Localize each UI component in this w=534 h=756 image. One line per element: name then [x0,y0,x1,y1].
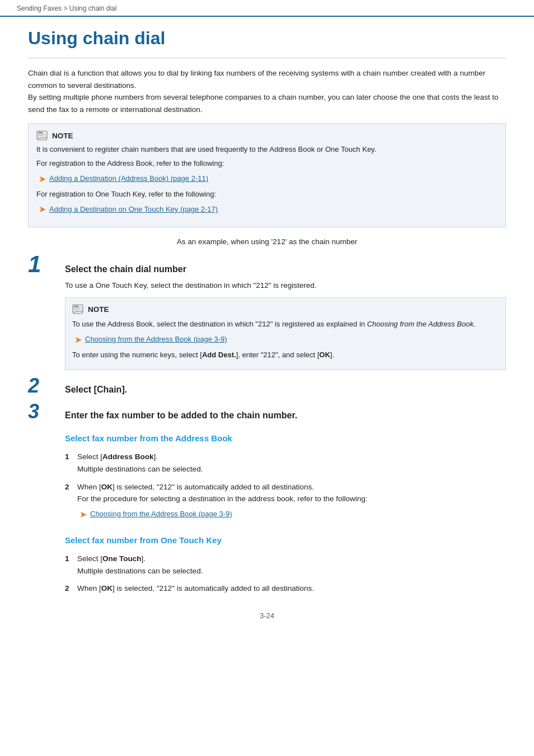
svg-rect-3 [38,136,44,136]
sub-section-address-book-title: Select fax number from the Address Book [65,432,506,445]
page-title: Using chain dial [28,28,506,49]
step-2: 2 Select [Chain]. [28,376,506,396]
step-2-number: 2 [28,376,62,396]
list-item: 2 When [OK] is selected, "212" is automa… [65,582,506,595]
svg-marker-4 [38,138,46,140]
address-book-steps-list: 1 Select [Address Book].Multiple destina… [65,451,506,524]
svg-rect-7 [74,307,81,308]
one-touch-key-link[interactable]: Adding a Destination on One Touch Key (p… [49,204,218,216]
step-1: 1 Select the chain dial number To use a … [28,253,506,370]
note-box-1: NOTE It is convenient to register chain … [28,123,506,227]
arrow-icon-3: ➤ [74,333,82,347]
page-number: 3-24 [28,612,506,620]
choosing-address-book-link-1[interactable]: Choosing from the Address Book (page 3-9… [85,334,227,346]
svg-rect-1 [38,132,43,133]
arrow-icon-1: ➤ [39,172,46,186]
note-icon-1 [36,130,49,141]
step-2-header: 2 Select [Chain]. [28,376,506,396]
list-item: 1 Select [Address Book].Multiple destina… [65,451,506,475]
sub-section-one-touch: Select fax number from One Touch Key 1 S… [65,534,506,595]
list-item: 2 When [OK] is selected, "212" is automa… [65,481,506,524]
step-3-body: Select fax number from the Address Book … [65,432,506,595]
svg-rect-2 [38,134,45,134]
step-1-note: NOTE To use the Address Book, select the… [65,297,506,371]
intro-text: Chain dial is a function that allows you… [28,67,506,115]
step-1-number: 1 [28,253,62,276]
arrow-icon-2: ➤ [39,202,46,217]
list-item: 1 Select [One Touch].Multiple destinatio… [65,553,506,577]
note-link-1[interactable]: ➤ Adding a Destination (Address Book) (p… [39,172,496,186]
note-header-1: NOTE [36,130,496,141]
note-link-2[interactable]: ➤ Adding a Destination on One Touch Key … [39,202,496,217]
step-3: 3 Enter the fax number to be added to th… [28,402,506,595]
step-3-header: 3 Enter the fax number to be added to th… [28,402,506,422]
svg-marker-9 [73,311,82,314]
step-1-body: To use a One Touch Key, select the desti… [65,279,506,370]
address-book-link[interactable]: Adding a Destination (Address Book) (pag… [49,173,208,185]
breadcrumb: Sending Faxes > Using chain dial [0,0,534,17]
example-text: As an example, when using '212' as the c… [28,237,506,246]
step-1-header: 1 Select the chain dial number [28,253,506,276]
note-text-1: It is convenient to register chain numbe… [36,144,496,217]
svg-rect-6 [74,306,78,307]
arrow-icon-4: ➤ [79,507,87,522]
step-3-number: 3 [28,402,62,422]
sub-section-one-touch-title: Select fax number from One Touch Key [65,534,506,547]
sub-section-address-book: Select fax number from the Address Book … [65,432,506,524]
one-touch-steps-list: 1 Select [One Touch].Multiple destinatio… [65,553,506,595]
step-1-note-header: NOTE [72,304,498,316]
svg-rect-8 [74,309,79,310]
step-1-title: Select the chain dial number [65,260,186,274]
list-link-1[interactable]: ➤ Choosing from the Address Book (page 3… [79,507,368,522]
step-3-title: Enter the fax number to be added to the … [65,406,297,421]
step-2-title: Select [Chain]. [65,380,127,395]
choosing-address-book-link-2[interactable]: Choosing from the Address Book (page 3-9… [90,508,232,520]
step-1-note-link[interactable]: ➤ Choosing from the Address Book (page 3… [74,333,498,347]
step-1-note-icon [72,304,85,314]
step-1-note-text: To use the Address Book, select the dest… [72,319,498,361]
